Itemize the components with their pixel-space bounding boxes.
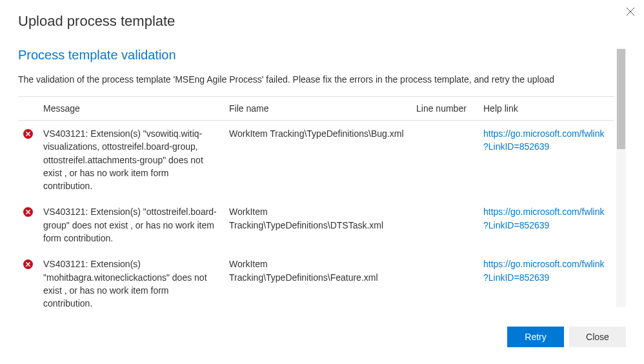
error-icon xyxy=(23,207,33,217)
helplink-cell: https://go.microsoft.com/fwlink?LinkID=8… xyxy=(478,121,614,199)
helplink-cell: https://go.microsoft.com/fwlink?LinkID=8… xyxy=(478,251,614,307)
message-cell: VS403121: Extension(s) "ottostreifel.boa… xyxy=(38,199,224,251)
error-icon-cell xyxy=(18,251,38,307)
help-link[interactable]: https://go.microsoft.com/fwlink?LinkID=8… xyxy=(483,259,605,282)
filename-cell: WorkItem Tracking\TypeDefinitions\Bug.xm… xyxy=(224,121,411,199)
help-link[interactable]: https://go.microsoft.com/fwlink?LinkID=8… xyxy=(483,207,605,230)
section-title: Process template validation xyxy=(18,48,614,63)
linenumber-cell xyxy=(411,121,478,199)
error-icon-cell xyxy=(18,121,38,199)
help-link[interactable]: https://go.microsoft.com/fwlink?LinkID=8… xyxy=(483,128,605,152)
table-row: VS403121: Extension(s) "ottostreifel.boa… xyxy=(18,199,614,251)
table-row: VS403121: Extension(s) "vsowitiq.witiq-v… xyxy=(18,121,614,199)
table-header-icon xyxy=(18,97,38,121)
close-button[interactable]: Close xyxy=(569,327,626,347)
scroll-area: Process template validation The validati… xyxy=(18,48,626,307)
dialog-footer: Retry Close xyxy=(18,307,626,351)
table-header-message: Message xyxy=(38,97,224,121)
error-icon xyxy=(23,259,33,269)
message-cell: VS403121: Extension(s) "mohitbagra.witon… xyxy=(38,251,224,307)
filename-cell: WorkItem Tracking\TypeDefinitions\DTSTas… xyxy=(224,199,411,251)
validation-description: The validation of the process template '… xyxy=(18,74,614,85)
message-cell: VS403121: Extension(s) "vsowitiq.witiq-v… xyxy=(38,121,224,199)
scrollbar-thumb[interactable] xyxy=(617,49,625,149)
linenumber-cell xyxy=(411,199,478,251)
filename-cell: WorkItem Tracking\TypeDefinitions\Featur… xyxy=(224,251,411,307)
table-header-row: Message File name Line number Help link xyxy=(18,97,614,121)
error-icon-cell xyxy=(18,199,38,251)
close-icon[interactable] xyxy=(626,6,635,18)
table-header-helplink: Help link xyxy=(478,97,614,121)
retry-button[interactable]: Retry xyxy=(507,327,564,347)
table-header-filename: File name xyxy=(224,97,411,121)
linenumber-cell xyxy=(411,251,478,307)
validation-table: Message File name Line number Help link … xyxy=(18,96,614,307)
error-icon xyxy=(23,129,33,139)
dialog-container: Upload process template Process template… xyxy=(0,0,644,364)
scrollbar-track[interactable] xyxy=(616,48,626,307)
helplink-cell: https://go.microsoft.com/fwlink?LinkID=8… xyxy=(478,199,614,251)
table-row: VS403121: Extension(s) "mohitbagra.witon… xyxy=(18,251,614,307)
dialog-title: Upload process template xyxy=(18,13,626,30)
table-header-linenumber: Line number xyxy=(411,97,478,121)
